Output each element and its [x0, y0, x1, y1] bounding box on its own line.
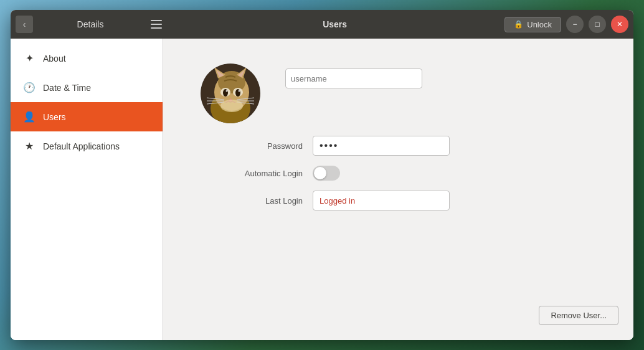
avatar[interactable] — [201, 64, 260, 123]
titlebar-right: 🔒 Unlock − □ ✕ — [504, 16, 628, 33]
sidebar-item-about[interactable]: ✦ About — [11, 44, 163, 73]
form-section: Password Automatic Login Last Login Logg… — [201, 136, 596, 210]
titlebar-left: ‹ Details — [16, 16, 165, 33]
password-label: Password — [201, 141, 313, 151]
sidebar-label-default-apps: Default Applications — [43, 141, 120, 151]
unlock-button[interactable]: 🔒 Unlock — [504, 17, 561, 32]
sidebar: ✦ About 🕐 Date & Time 👤 Users ★ Default … — [11, 39, 163, 340]
unlock-label: Unlock — [527, 20, 552, 29]
lock-icon: 🔒 — [514, 20, 523, 29]
password-row: Password — [201, 136, 596, 156]
sidebar-label-users: Users — [43, 112, 66, 122]
last-login-row: Last Login Logged in — [201, 191, 596, 210]
main-area: ✦ About 🕐 Date & Time 👤 Users ★ Default … — [11, 39, 633, 340]
minimize-button[interactable]: − — [566, 16, 584, 33]
svg-point-21 — [220, 100, 243, 112]
about-icon: ✦ — [23, 52, 36, 64]
sidebar-label-about: About — [43, 54, 66, 64]
menu-button[interactable] — [148, 16, 165, 33]
automatic-login-toggle[interactable] — [313, 166, 340, 181]
details-title: Details — [38, 19, 143, 29]
hamburger-line-2 — [151, 24, 162, 25]
remove-user-button[interactable]: Remove User... — [539, 306, 618, 325]
last-login-label: Last Login — [201, 196, 313, 206]
svg-point-12 — [226, 90, 228, 92]
sidebar-item-default-apps[interactable]: ★ Default Applications — [11, 131, 163, 161]
toggle-knob — [314, 167, 326, 179]
username-input[interactable] — [285, 69, 422, 88]
close-button[interactable]: ✕ — [611, 16, 628, 33]
last-login-value: Logged in — [313, 191, 450, 210]
main-window: ‹ Details Users 🔒 Unlock − □ ✕ ✦ About — [11, 10, 633, 340]
avatar-image — [201, 64, 260, 123]
sidebar-label-datetime: Date & Time — [43, 83, 91, 93]
automatic-login-row: Automatic Login — [201, 166, 596, 181]
datetime-icon: 🕐 — [23, 82, 36, 93]
default-apps-icon: ★ — [23, 140, 36, 152]
hamburger-line-1 — [151, 20, 162, 21]
svg-point-13 — [239, 90, 240, 92]
window-title: Users — [165, 19, 504, 29]
users-icon: 👤 — [23, 111, 36, 123]
back-button[interactable]: ‹ — [16, 16, 33, 33]
username-field-container — [285, 64, 422, 88]
sidebar-item-datetime[interactable]: 🕐 Date & Time — [11, 73, 163, 102]
maximize-button[interactable]: □ — [589, 16, 606, 33]
content-area: Password Automatic Login Last Login Logg… — [163, 39, 633, 340]
sidebar-item-users[interactable]: 👤 Users — [11, 102, 163, 131]
automatic-login-label: Automatic Login — [201, 169, 313, 178]
hamburger-line-3 — [151, 27, 162, 29]
password-input[interactable] — [313, 136, 450, 156]
titlebar: ‹ Details Users 🔒 Unlock − □ ✕ — [11, 10, 633, 39]
user-section — [201, 64, 596, 123]
